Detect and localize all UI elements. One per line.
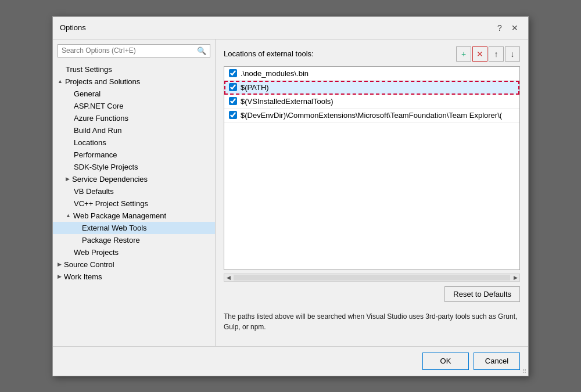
tree-item-label: Service Dependencies	[72, 175, 148, 184]
tree-item-vb-defaults[interactable]: VB Defaults	[53, 185, 215, 197]
tree-item-projects-and-solutions[interactable]: ▲Projects and Solutions	[53, 75, 215, 88]
move-up-button[interactable]: ↑	[489, 46, 504, 62]
list-row[interactable]: $(PATH)	[224, 81, 519, 95]
tree-item-label: Projects and Solutions	[65, 77, 140, 86]
hscroll-right-arrow[interactable]: ▶	[511, 274, 519, 282]
tree-item-azure-functions[interactable]: Azure Functions	[53, 112, 215, 124]
tools-list: .\node_modules\.bin$(PATH)$(VSInstalledE…	[224, 66, 520, 270]
tree-item-label: Locations	[74, 138, 106, 147]
tree-item-label: VB Defaults	[74, 187, 114, 196]
options-dialog: Options ? ✕ 🔍 Trust Settings▲Projects an…	[52, 16, 529, 376]
tree-item-source-control[interactable]: ▶Source Control	[53, 258, 215, 271]
tree-item-label: Performance	[74, 150, 117, 159]
tree-item-label: Trust Settings	[66, 65, 112, 74]
close-button[interactable]: ✕	[508, 21, 521, 34]
tree-item-label: Web Package Management	[73, 211, 166, 220]
expander-icon: ▲	[58, 78, 63, 84]
row-text: $(PATH)	[241, 83, 269, 92]
dialog-body: 🔍 Trust Settings▲Projects and SolutionsG…	[53, 39, 528, 346]
add-button[interactable]: +	[456, 46, 471, 62]
list-row[interactable]: $(VSInstalledExternalTools)	[224, 95, 519, 109]
tree-item-general[interactable]: General	[53, 88, 215, 100]
hscroll-track	[234, 275, 510, 280]
row-text: $(DevEnvDir)\CommonExtensions\Microsoft\…	[241, 111, 502, 120]
tree-item-locations[interactable]: Locations	[53, 136, 215, 149]
right-header-label: Locations of external tools:	[224, 49, 314, 58]
toolbar-buttons: + ✕ ↑ ↓	[456, 46, 520, 62]
tree-item-label: Source Control	[64, 260, 114, 269]
left-panel: 🔍 Trust Settings▲Projects and SolutionsG…	[53, 39, 216, 346]
title-bar: Options ? ✕	[53, 17, 528, 39]
description-text: The paths listed above will be searched …	[224, 311, 520, 332]
cancel-button[interactable]: Cancel	[474, 353, 520, 370]
row-checkbox[interactable]	[229, 83, 237, 91]
list-row[interactable]: .\node_modules\.bin	[224, 67, 519, 81]
expander-icon: ▲	[66, 213, 71, 218]
options-tree: Trust Settings▲Projects and SolutionsGen…	[53, 62, 215, 346]
tree-item-package-restore[interactable]: Package Restore	[53, 234, 215, 246]
title-bar-controls: ? ✕	[493, 21, 521, 34]
tree-item-trust-settings[interactable]: Trust Settings	[53, 63, 215, 75]
tree-item-label: VC++ Project Settings	[74, 199, 148, 208]
tree-item-label: SDK-Style Projects	[74, 163, 138, 171]
tree-item-build-and-run[interactable]: Build And Run	[53, 124, 215, 136]
right-header: Locations of external tools: + ✕ ↑ ↓	[224, 46, 520, 62]
row-text: .\node_modules\.bin	[241, 69, 309, 78]
row-text: $(VSInstalledExternalTools)	[241, 97, 333, 106]
remove-button[interactable]: ✕	[472, 46, 487, 62]
hscroll-left-arrow[interactable]: ◀	[224, 274, 232, 282]
tree-item-web-projects[interactable]: Web Projects	[53, 246, 215, 258]
tree-item-label: Build And Run	[74, 126, 121, 135]
tree-item-web-package-management[interactable]: ▲Web Package Management	[53, 210, 215, 222]
search-icon[interactable]: 🔍	[197, 46, 206, 55]
row-checkbox[interactable]	[229, 111, 237, 119]
list-row[interactable]: $(DevEnvDir)\CommonExtensions\Microsoft\…	[224, 109, 519, 123]
tree-item-label: Azure Functions	[74, 114, 128, 123]
expander-icon: ▶	[58, 261, 62, 267]
search-input[interactable]	[62, 46, 197, 55]
tree-item-label: ASP.NET Core	[74, 102, 124, 110]
tree-item-label: External Web Tools	[82, 224, 147, 232]
search-box: 🔍	[58, 44, 210, 57]
tree-item-label: Web Projects	[74, 248, 119, 257]
dialog-title: Options	[60, 23, 86, 32]
horizontal-scrollbar[interactable]: ◀ ▶	[224, 274, 520, 282]
row-checkbox[interactable]	[229, 69, 237, 77]
help-button[interactable]: ?	[493, 21, 506, 34]
ok-button[interactable]: OK	[422, 353, 469, 370]
tree-item-sdk-style-projects[interactable]: SDK-Style Projects	[53, 161, 215, 173]
tree-item-label: General	[74, 89, 101, 98]
hscroll-arrows: ◀ ▶	[224, 274, 519, 282]
tree-item-label: Work Items	[64, 272, 102, 281]
tree-item-asp-net-core[interactable]: ASP.NET Core	[53, 100, 215, 112]
reset-defaults-button[interactable]: Reset to Defaults	[444, 286, 520, 302]
tree-item-vc-project-settings[interactable]: VC++ Project Settings	[53, 197, 215, 210]
move-down-button[interactable]: ↓	[505, 46, 520, 62]
right-panel: Locations of external tools: + ✕ ↑ ↓ .\n…	[216, 39, 528, 346]
bottom-bar: OK Cancel	[53, 346, 528, 376]
tree-item-performance[interactable]: Performance	[53, 149, 215, 161]
tree-item-label: Package Restore	[82, 236, 140, 244]
resize-handle: ⠿	[522, 368, 526, 375]
expander-icon: ▶	[66, 176, 70, 182]
tree-item-service-dependencies[interactable]: ▶Service Dependencies	[53, 173, 215, 185]
tree-item-external-web-tools[interactable]: External Web Tools	[53, 222, 215, 234]
row-checkbox[interactable]	[229, 97, 237, 105]
expander-icon: ▶	[58, 274, 62, 279]
tree-item-work-items[interactable]: ▶Work Items	[53, 271, 215, 283]
